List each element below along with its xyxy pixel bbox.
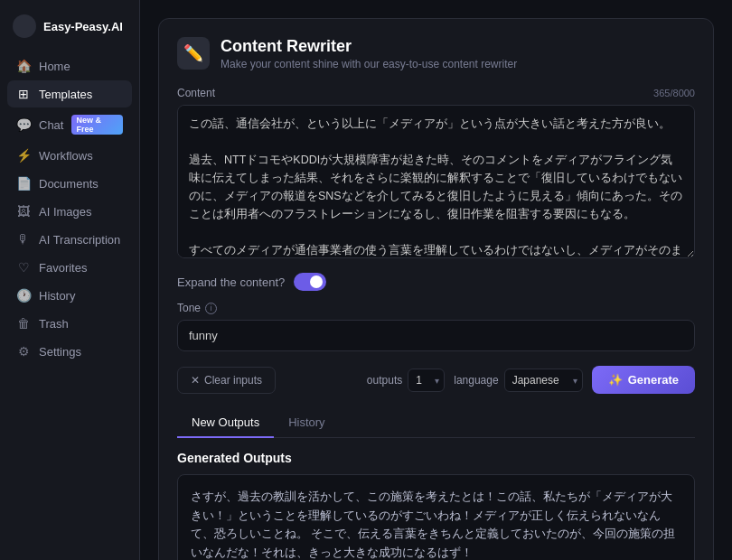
nav-label-ai-transcription: AI Transcription: [39, 233, 120, 247]
nav-icon-documents: 📄: [16, 176, 31, 191]
nav-label-ai-images: AI Images: [39, 205, 92, 219]
nav-label-chat: Chat: [39, 118, 63, 132]
output-text: さすが、過去の教訓を活かして、この施策を考えたとは！この話、私たちが「メディアが…: [191, 488, 681, 560]
output-card: さすが、過去の教訓を活かして、この施策を考えたとは！この話、私たちが「メディアが…: [177, 474, 695, 560]
logo: 🌿 Easy-Peasy.AI: [0, 11, 139, 52]
nav-icon-settings: ⚙: [16, 344, 31, 359]
tool-subtitle: Make your content shine with our easy-to…: [221, 58, 517, 70]
outputs-title: Generated Outputs: [177, 451, 695, 465]
sidebar-item-ai-transcription[interactable]: 🎙 AI Transcription: [7, 226, 132, 253]
language-label: language: [454, 374, 498, 387]
sidebar-item-documents[interactable]: 📄 Documents: [7, 170, 132, 197]
toolbar-right: outputs 1234 language JapaneseEnglishSpa…: [367, 366, 695, 394]
sidebar-item-ai-images[interactable]: 🖼 AI Images: [7, 198, 132, 225]
outputs-group: outputs 1234: [367, 369, 445, 392]
tool-header: ✏️ Content Rewriter Make your content sh…: [177, 37, 695, 70]
expand-toggle[interactable]: [294, 273, 326, 291]
tone-section: Tone i: [177, 302, 695, 351]
tab-new-outputs[interactable]: New Outputs: [177, 408, 274, 438]
sidebar-item-favorites[interactable]: ♡ Favorites: [7, 254, 132, 281]
clear-inputs-button[interactable]: ✕ Clear inputs: [177, 367, 276, 394]
nav-icon-ai-transcription: 🎙: [16, 232, 31, 247]
nav-icon-templates: ⊞: [16, 87, 31, 101]
tool-icon: ✏️: [177, 37, 210, 70]
nav-label-templates: Templates: [39, 88, 92, 101]
nav-label-workflows: Workflows: [39, 149, 93, 163]
tool-title: Content Rewriter: [221, 37, 517, 56]
tool-card: ✏️ Content Rewriter Make your content sh…: [158, 18, 714, 560]
expand-label: Expand the content?: [177, 275, 285, 289]
clear-label: Clear inputs: [204, 374, 262, 387]
nav-icon-workflows: ⚡: [16, 148, 31, 163]
outputs-select-wrapper: 1234: [408, 369, 445, 392]
sidebar-nav: 🏠 Home ⊞ Templates 💬 Chat New & Free⚡ Wo…: [0, 52, 139, 549]
sidebar-item-home[interactable]: 🏠 Home: [7, 52, 132, 79]
sidebar-item-settings[interactable]: ⚙ Settings: [7, 338, 132, 365]
sidebar-item-history[interactable]: 🕐 History: [7, 282, 132, 309]
tone-info-icon: i: [205, 303, 217, 314]
nav-label-settings: Settings: [39, 345, 81, 359]
main-content: ✏️ Content Rewriter Make your content sh…: [140, 0, 732, 560]
tone-input[interactable]: [177, 320, 695, 351]
tab-history[interactable]: History: [274, 408, 339, 438]
outputs-select[interactable]: 1234: [408, 369, 445, 392]
language-select-wrapper: JapaneseEnglishSpanishFrenchGermanChines…: [504, 369, 583, 392]
badge-chat: New & Free: [71, 115, 123, 135]
char-count: 365/8000: [653, 88, 695, 98]
content-textarea[interactable]: [177, 105, 695, 258]
tool-info: Content Rewriter Make your content shine…: [221, 37, 517, 70]
generate-icon: ✨: [608, 373, 623, 387]
clear-icon: ✕: [191, 374, 200, 387]
outputs-label: outputs: [367, 374, 402, 387]
nav-label-trash: Trash: [39, 317, 69, 331]
expand-row: Expand the content?: [177, 273, 695, 291]
language-select[interactable]: JapaneseEnglishSpanishFrenchGermanChines…: [504, 369, 583, 392]
nav-icon-ai-images: 🖼: [16, 204, 31, 219]
logo-icon: 🌿: [13, 14, 36, 38]
toolbar: ✕ Clear inputs outputs 1234 language Jap…: [177, 366, 695, 394]
nav-label-documents: Documents: [39, 177, 99, 191]
language-group: language JapaneseEnglishSpanishFrenchGer…: [454, 369, 582, 392]
nav-icon-chat: 💬: [16, 117, 31, 132]
tone-label: Tone: [177, 302, 201, 314]
nav-label-favorites: Favorites: [39, 261, 87, 275]
logo-text: Easy-Peasy.AI: [43, 20, 123, 33]
content-label-row: Content 365/8000: [177, 87, 695, 99]
sidebar-item-templates[interactable]: ⊞ Templates: [7, 80, 132, 107]
sidebar: 🌿 Easy-Peasy.AI 🏠 Home ⊞ Templates 💬 Cha…: [0, 0, 140, 560]
generate-label: Generate: [628, 373, 679, 387]
nav-icon-favorites: ♡: [16, 260, 31, 275]
tabs-row: New OutputsHistory: [177, 408, 695, 438]
nav-label-history: History: [39, 289, 75, 303]
nav-icon-trash: 🗑: [16, 316, 31, 331]
tone-label-row: Tone i: [177, 302, 695, 314]
nav-icon-home: 🏠: [16, 59, 31, 73]
nav-icon-history: 🕐: [16, 288, 31, 303]
content-label: Content: [177, 87, 215, 99]
svg-point-0: [13, 14, 36, 38]
generate-button[interactable]: ✨ Generate: [592, 366, 695, 394]
sidebar-item-trash[interactable]: 🗑 Trash: [7, 310, 132, 337]
sidebar-item-workflows[interactable]: ⚡ Workflows: [7, 142, 132, 169]
nav-label-home: Home: [39, 60, 70, 73]
sidebar-item-chat[interactable]: 💬 Chat New & Free: [7, 108, 132, 141]
